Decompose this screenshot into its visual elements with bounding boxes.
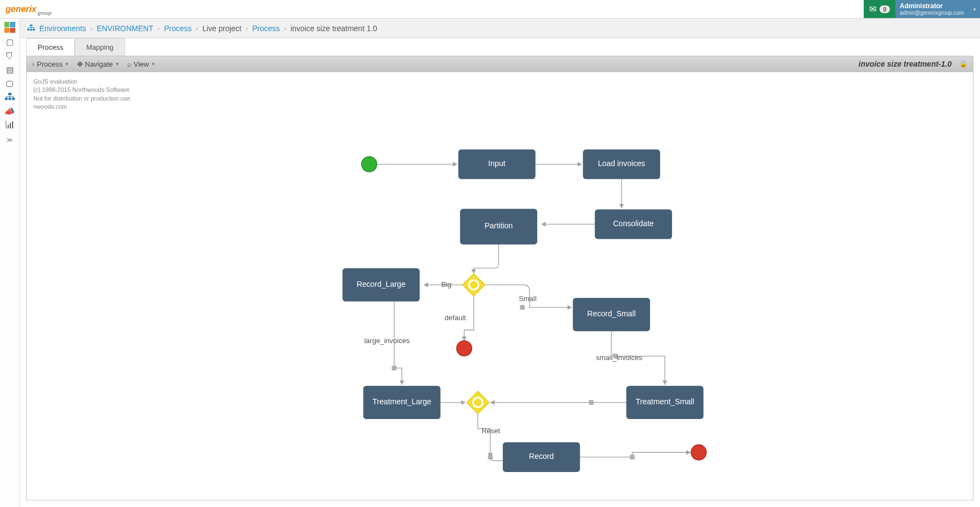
- crumb-current: invoice size treatment 1.0: [290, 24, 377, 33]
- node-label-record: Record: [529, 452, 554, 461]
- svg-rect-9: [30, 29, 32, 31]
- svg-marker-29: [461, 400, 466, 405]
- envelope-icon: ✉: [869, 4, 876, 14]
- top-bar: generix group ✉ 0 Administrator admin@ge…: [0, 0, 980, 19]
- main-area: Environments› ENVIRONMENT› Process› Live…: [20, 19, 980, 507]
- svg-marker-12: [578, 162, 582, 167]
- apps-icon[interactable]: [4, 22, 15, 33]
- tab-mapping[interactable]: Mapping: [75, 38, 125, 56]
- mail-button[interactable]: ✉ 0: [864, 0, 895, 18]
- node-label-cons: Consolidate: [613, 219, 654, 228]
- svg-text:Reset: Reset: [482, 427, 500, 435]
- node-label-recL: Record_Large: [357, 280, 406, 288]
- toolbar-navigate-label: Navigate: [85, 60, 113, 68]
- user-menu[interactable]: Administrator admin@generixgroup.com ▼: [895, 0, 980, 18]
- process-diagram[interactable]: BigdefaultSmalllarge_invoicessmall_invoi…: [27, 72, 973, 500]
- svg-marker-18: [462, 337, 467, 341]
- svg-marker-26: [662, 380, 667, 385]
- crumb-liveproject: Live project: [203, 24, 242, 33]
- svg-rect-7: [30, 25, 33, 26]
- crumb-environment[interactable]: ENVIRONMENT: [97, 24, 153, 33]
- chevron-down-icon: ▼: [65, 62, 69, 67]
- move-icon: ✥: [77, 60, 83, 68]
- book-icon[interactable]: ▤: [6, 65, 14, 75]
- crumb-sep: ›: [196, 25, 198, 32]
- sitemap-icon[interactable]: [5, 93, 15, 102]
- toolbar-view[interactable]: ⌕View▼: [127, 60, 156, 68]
- svg-marker-20: [567, 305, 572, 310]
- chevron-down-icon: ▼: [151, 62, 156, 67]
- crumb-sep: ›: [284, 25, 286, 32]
- svg-rect-24: [392, 365, 397, 370]
- document-icon[interactable]: ▢: [6, 37, 14, 47]
- shield-icon[interactable]: ⛉: [5, 51, 14, 61]
- crumb-environments[interactable]: Environments: [39, 24, 86, 33]
- svg-marker-30: [490, 400, 495, 405]
- workspace: Process Mapping ▫Process▼ ✥Navigate▼ ⌕Vi…: [20, 38, 980, 507]
- svg-rect-36: [630, 455, 635, 459]
- svg-marker-23: [400, 380, 405, 385]
- svg-rect-33: [488, 455, 493, 459]
- svg-marker-11: [453, 162, 458, 167]
- svg-marker-16: [424, 282, 428, 287]
- node-label-trL: Treatment_Large: [372, 397, 431, 406]
- topbar-spacer: [57, 0, 864, 18]
- start-event[interactable]: [361, 156, 377, 172]
- brand-logo: generix group: [0, 0, 57, 18]
- toolbar-process[interactable]: ▫Process▼: [32, 60, 69, 68]
- crumb-sep: ›: [158, 25, 160, 32]
- bullhorn-icon[interactable]: 📣: [4, 107, 15, 116]
- svg-rect-10: [33, 29, 35, 31]
- page-icon: ▫: [32, 60, 35, 68]
- crumb-sep: ›: [91, 25, 93, 32]
- svg-text:Big: Big: [441, 280, 452, 288]
- node-label-part: Partition: [484, 221, 513, 230]
- node-label-input: Input: [488, 159, 505, 168]
- diagram-canvas[interactable]: GoJS evaluation (c) 1998-2015 Northwoods…: [26, 72, 973, 500]
- svg-rect-31: [589, 400, 594, 405]
- tabs: Process Mapping: [26, 38, 973, 56]
- svg-rect-4: [8, 125, 9, 128]
- toolbar-process-label: Process: [37, 60, 63, 68]
- svg-marker-14: [542, 222, 546, 227]
- svg-rect-2: [8, 98, 11, 100]
- collapse-rail-icon[interactable]: ≫: [7, 137, 13, 144]
- tab-process[interactable]: Process: [26, 38, 75, 56]
- svg-text:large_invoices: large_invoices: [364, 337, 410, 345]
- toolbar-navigate[interactable]: ✥Navigate▼: [77, 60, 120, 68]
- end-event[interactable]: [456, 341, 472, 356]
- crumb-sep: ›: [246, 25, 248, 32]
- user-name: Administrator: [900, 2, 976, 10]
- crumb-process2[interactable]: Process: [252, 24, 280, 33]
- left-rail: ▢ ⛉ ▤ 🖵 📣 ≫: [0, 19, 20, 507]
- svg-text:default: default: [444, 314, 466, 322]
- toolbar: ▫Process▼ ✥Navigate▼ ⌕View▼ invoice size…: [26, 56, 973, 72]
- user-email: admin@generixgroup.com: [900, 10, 976, 16]
- svg-rect-5: [10, 123, 11, 128]
- sitemap-small-icon: [27, 24, 35, 33]
- toolbar-view-label: View: [134, 60, 149, 68]
- gateway-gw1[interactable]: [462, 274, 485, 296]
- chevron-down-icon: ▼: [972, 7, 977, 12]
- svg-text:small_invoices: small_invoices: [596, 353, 643, 362]
- svg-rect-3: [12, 98, 15, 100]
- svg-marker-15: [471, 269, 476, 274]
- brand-subtext: group: [38, 10, 52, 16]
- breadcrumbs: Environments› ENVIRONMENT› Process› Live…: [20, 19, 980, 38]
- bar-chart-icon[interactable]: [5, 121, 14, 130]
- svg-marker-13: [619, 204, 624, 208]
- node-label-trS: Treatment_Small: [635, 397, 694, 406]
- svg-text:Small: Small: [519, 294, 537, 303]
- end-event[interactable]: [691, 445, 706, 460]
- svg-rect-1: [5, 98, 8, 100]
- gateway-gw2[interactable]: [467, 391, 489, 414]
- svg-rect-8: [27, 29, 29, 31]
- chevron-down-icon: ▼: [115, 62, 120, 67]
- desktop-icon[interactable]: 🖵: [5, 79, 14, 89]
- node-label-load: Load invoices: [598, 159, 645, 168]
- svg-marker-35: [686, 450, 691, 455]
- svg-rect-0: [8, 93, 11, 95]
- mail-count-badge: 0: [880, 5, 889, 13]
- svg-rect-21: [520, 305, 525, 310]
- crumb-process[interactable]: Process: [164, 24, 192, 33]
